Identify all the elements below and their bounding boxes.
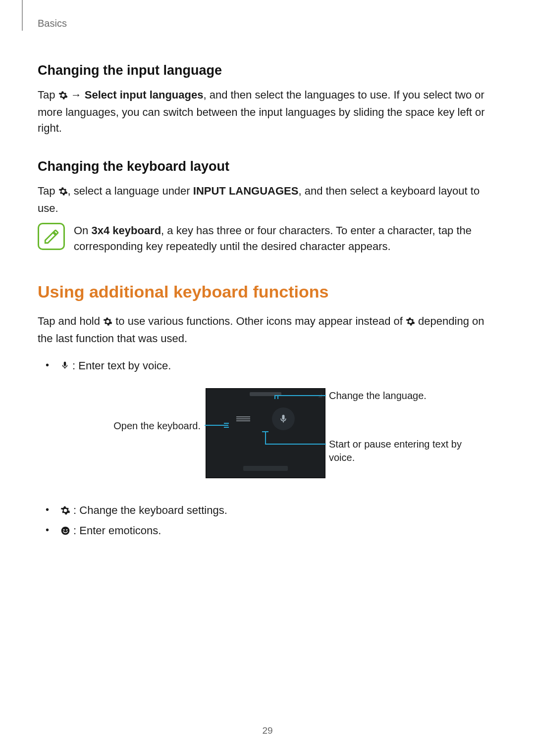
breadcrumb: Basics <box>38 18 497 29</box>
list-item-emoticons: : Enter emoticons. <box>38 521 497 541</box>
heading-input-language: Changing the input language <box>38 63 497 78</box>
emoticon-icon <box>60 523 70 541</box>
page-number: 29 <box>0 725 535 736</box>
text-bold: Select input languages <box>85 89 204 101</box>
text: On <box>74 224 91 237</box>
bullet-list-bottom: : Change the keyboard settings. : Enter … <box>38 501 497 541</box>
leader-line <box>265 444 326 445</box>
svg-point-1 <box>63 529 65 531</box>
text: : Change the keyboard settings. <box>70 504 227 516</box>
leader-tick <box>277 395 278 399</box>
bottom-bar <box>206 466 325 471</box>
text: Tap <box>38 89 58 101</box>
leader-tick <box>274 395 275 399</box>
text: Tap <box>38 185 58 197</box>
paragraph-input-language: Tap → Select input languages, and then s… <box>38 87 497 136</box>
text: : Enter emoticons. <box>70 524 161 537</box>
header-rule <box>22 0 23 31</box>
leader-tick <box>224 423 229 424</box>
text: Tap and hold <box>38 315 103 327</box>
gear-icon <box>60 503 70 521</box>
microphone-icon <box>278 412 288 425</box>
callout-open-keyboard: Open the keyboard. <box>97 419 201 433</box>
leader-line <box>274 395 326 396</box>
leader-tick <box>224 427 229 428</box>
text-bold: 3x4 keyboard <box>91 224 161 237</box>
bullet-list-top: : Enter text by voice. <box>38 356 497 376</box>
page: Basics Changing the input language Tap →… <box>0 0 535 756</box>
figure: Open the keyboard. Change the language. … <box>69 388 466 487</box>
text: to use various functions. Other icons ma… <box>112 315 406 327</box>
gear-icon <box>58 89 68 104</box>
microphone-icon <box>60 358 69 376</box>
svg-point-0 <box>61 526 70 535</box>
leader-line <box>265 431 266 444</box>
leader-tick <box>262 431 268 432</box>
callout-start-pause-voice: Start or pause entering text by voice. <box>329 438 473 464</box>
gear-icon <box>406 315 415 331</box>
language-bar <box>206 389 325 400</box>
keyboard-button <box>236 414 250 423</box>
text: → <box>68 89 85 101</box>
heading-additional-functions: Using additional keyboard functions <box>38 282 497 302</box>
heading-keyboard-layout: Changing the keyboard layout <box>38 159 497 174</box>
note-icon <box>38 223 65 250</box>
list-item-settings: : Change the keyboard settings. <box>38 501 497 521</box>
status-text-placeholder <box>243 466 288 471</box>
figure-wrap: Open the keyboard. Change the language. … <box>38 388 497 487</box>
text: , select a language under <box>68 185 193 197</box>
gear-icon <box>103 315 112 331</box>
svg-point-2 <box>66 529 68 531</box>
note-text: On 3x4 keyboard, a key has three or four… <box>74 223 497 254</box>
gear-icon <box>58 185 68 201</box>
paragraph-keyboard-layout: Tap , select a language under INPUT LANG… <box>38 183 497 216</box>
paragraph-additional-functions: Tap and hold to use various functions. O… <box>38 313 497 347</box>
note-block: On 3x4 keyboard, a key has three or four… <box>38 223 497 254</box>
callout-change-language: Change the language. <box>329 389 458 403</box>
microphone-button <box>272 407 295 430</box>
text: : Enter text by voice. <box>69 359 171 372</box>
leader-line <box>205 425 228 426</box>
text-bold: INPUT LANGUAGES <box>193 185 299 197</box>
pencil-icon <box>43 228 60 245</box>
list-item-voice: : Enter text by voice. <box>38 356 497 376</box>
